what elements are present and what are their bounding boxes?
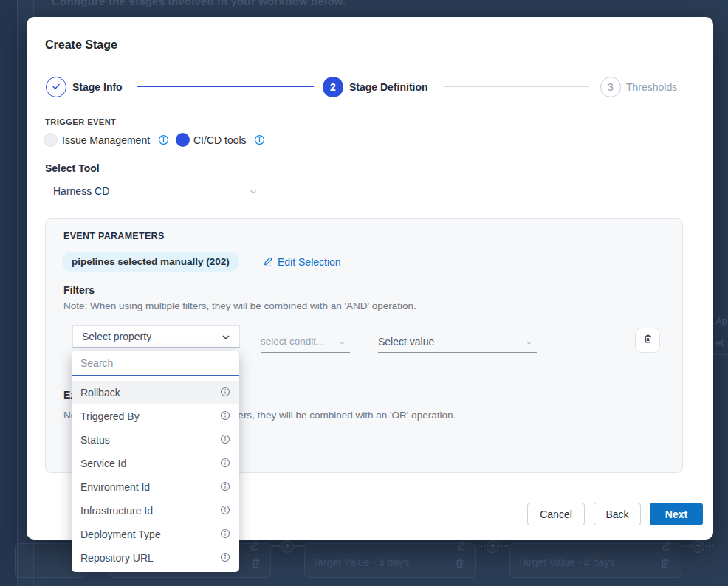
modal-title: Create Stage bbox=[45, 38, 117, 52]
condition-select-placeholder: select condit... bbox=[261, 336, 324, 347]
trash-icon bbox=[642, 333, 653, 348]
backdrop-connector bbox=[478, 545, 485, 547]
chevron-down-icon bbox=[220, 331, 232, 346]
backdrop-divider-line bbox=[713, 354, 728, 355]
condition-select[interactable]: select condit... bbox=[261, 331, 350, 353]
step-2-number: 2 bbox=[330, 81, 336, 93]
radio-issue-management[interactable] bbox=[44, 133, 58, 147]
value-select-placeholder: Select value bbox=[378, 336, 434, 348]
backdrop-sidebar bbox=[0, 0, 18, 586]
edit-icon bbox=[249, 540, 260, 554]
edit-pencil-icon bbox=[263, 255, 274, 269]
add-node-icon: + bbox=[281, 540, 294, 553]
radio-cicd-tools-label[interactable]: CI/CD tools bbox=[193, 134, 247, 146]
dropdown-item-service-id[interactable]: Service Id bbox=[72, 452, 239, 475]
search-input[interactable] bbox=[72, 351, 239, 376]
step-connector-1 bbox=[137, 86, 314, 87]
info-icon[interactable] bbox=[220, 387, 230, 399]
edit-selection-link[interactable]: Edit Selection bbox=[263, 255, 341, 269]
edit-selection-label: Edit Selection bbox=[278, 256, 341, 268]
step-3-number: 3 bbox=[608, 81, 614, 93]
info-icon[interactable] bbox=[220, 528, 230, 541]
property-dropdown-panel: Rollback Triggered By Status Service Id … bbox=[72, 351, 239, 572]
trigger-event-label: TRIGGER EVENT bbox=[45, 117, 116, 126]
next-button[interactable]: Next bbox=[650, 503, 703, 525]
remove-filter-button[interactable] bbox=[635, 328, 660, 353]
value-select[interactable]: Select value bbox=[378, 331, 537, 353]
backdrop-connector bbox=[706, 545, 713, 547]
filters-note: Note: When using multiple filters, they … bbox=[63, 300, 416, 311]
info-icon[interactable] bbox=[254, 134, 265, 145]
info-icon[interactable] bbox=[220, 505, 230, 517]
tool-select[interactable]: Harness CD bbox=[45, 180, 267, 204]
step-1-indicator[interactable] bbox=[46, 77, 66, 97]
step-2-label[interactable]: Stage Definition bbox=[349, 81, 428, 93]
info-icon[interactable] bbox=[220, 552, 230, 565]
dropdown-item-repository-url[interactable]: Repository URL bbox=[72, 546, 239, 570]
backdrop-node-label: Target Value - 4 days bbox=[312, 556, 409, 568]
info-icon[interactable] bbox=[220, 481, 230, 494]
step-3-label[interactable]: Thresholds bbox=[626, 81, 677, 93]
trash-icon bbox=[659, 557, 670, 572]
dropdown-item-deployment-type[interactable]: Deployment Type bbox=[72, 523, 239, 546]
chevron-down-icon bbox=[337, 337, 347, 351]
select-tool-label: Select Tool bbox=[45, 162, 100, 174]
step-3-indicator[interactable]: 3 bbox=[600, 77, 621, 97]
info-icon[interactable] bbox=[220, 458, 230, 470]
backdrop-text-fragment-bottom: et bbox=[715, 337, 724, 348]
backdrop-banner-text: Configure the stages involved in your wo… bbox=[52, 0, 346, 7]
chevron-down-icon bbox=[248, 187, 258, 200]
backdrop-connector bbox=[501, 545, 508, 547]
backdrop-connector bbox=[272, 545, 280, 547]
info-icon[interactable] bbox=[158, 134, 169, 145]
step-1-label[interactable]: Stage Info bbox=[72, 81, 123, 93]
add-node-icon: + bbox=[487, 540, 499, 553]
info-icon[interactable] bbox=[220, 410, 230, 423]
trash-icon bbox=[454, 557, 465, 572]
dropdown-item-infrastructure-id[interactable]: Infrastructure Id bbox=[72, 499, 239, 523]
event-parameters-heading: EVENT PARAMETERS bbox=[63, 231, 165, 241]
property-select[interactable]: Select property bbox=[72, 325, 240, 348]
backdrop-connector bbox=[683, 545, 690, 547]
tool-select-value: Harness CD bbox=[53, 185, 109, 197]
edit-icon bbox=[661, 540, 672, 554]
radio-cicd-tools[interactable] bbox=[176, 133, 190, 147]
create-stage-modal: Create Stage Stage Info 2 Stage Definiti… bbox=[27, 17, 713, 540]
dropdown-item-rollback[interactable]: Rollback bbox=[72, 381, 239, 404]
backdrop-node-label: Target Value - 4 days bbox=[518, 556, 614, 568]
dropdown-item-triggered-by[interactable]: Triggered By bbox=[72, 404, 239, 428]
pipelines-selected-chip: pipelines selected manually (202) bbox=[62, 252, 239, 272]
step-2-indicator[interactable]: 2 bbox=[323, 77, 343, 97]
backdrop-connector bbox=[295, 545, 303, 547]
backdrop-banner: Configure the stages involved in your wo… bbox=[52, 0, 346, 17]
radio-issue-management-label[interactable]: Issue Management bbox=[62, 134, 150, 146]
edit-icon bbox=[456, 540, 467, 554]
dropdown-item-environment-id[interactable]: Environment Id bbox=[72, 475, 239, 499]
property-select-placeholder: Select property bbox=[82, 331, 151, 342]
backdrop-text-fragment-top: Ap bbox=[715, 315, 727, 326]
chevron-down-icon bbox=[524, 337, 534, 351]
add-node-icon: + bbox=[692, 540, 704, 553]
dropdown-item-status[interactable]: Status bbox=[72, 428, 239, 452]
trash-icon bbox=[250, 557, 261, 572]
filters-heading: Filters bbox=[63, 284, 95, 296]
back-button[interactable]: Back bbox=[594, 503, 641, 525]
info-icon[interactable] bbox=[220, 434, 230, 447]
cancel-button[interactable]: Cancel bbox=[527, 503, 585, 525]
check-icon bbox=[51, 81, 61, 94]
step-connector-2 bbox=[444, 86, 589, 87]
